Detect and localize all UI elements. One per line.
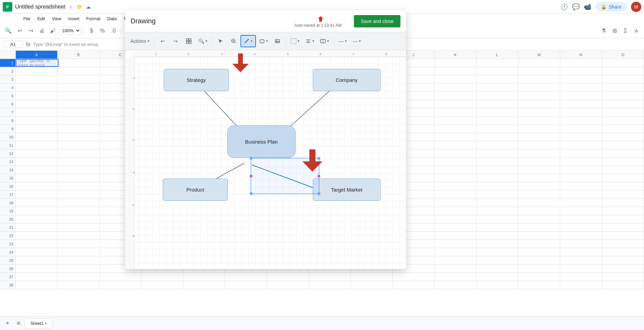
- grid-cell[interactable]: [476, 240, 518, 248]
- grid-cell[interactable]: [58, 182, 99, 190]
- grid-cell[interactable]: [435, 215, 476, 223]
- search-btn[interactable]: 🔍: [3, 26, 14, 36]
- grid-cell[interactable]: [16, 199, 58, 207]
- grid-cell[interactable]: [518, 108, 560, 116]
- grid-cell[interactable]: [518, 248, 560, 256]
- grid-cell[interactable]: [225, 281, 267, 289]
- grid-cell[interactable]: [435, 273, 476, 281]
- grid-cell[interactable]: [58, 117, 99, 124]
- strategy-box[interactable]: Strategy: [164, 69, 229, 91]
- grid-cell[interactable]: [602, 207, 644, 215]
- grid-cell[interactable]: [58, 67, 99, 75]
- grid-cell[interactable]: [560, 256, 602, 264]
- grid-cell[interactable]: [16, 281, 58, 289]
- grid-cell[interactable]: [476, 174, 518, 182]
- grid-cell[interactable]: [560, 125, 602, 133]
- grid-cell[interactable]: [602, 75, 644, 83]
- grid-cell[interactable]: [602, 100, 644, 108]
- grid-cell[interactable]: [518, 166, 560, 174]
- grid-cell[interactable]: [141, 281, 183, 289]
- grid-cell[interactable]: [476, 199, 518, 207]
- handle-start[interactable]: [250, 175, 252, 178]
- grid-cell[interactable]: [518, 117, 560, 124]
- grid-cell[interactable]: [58, 191, 99, 198]
- grid-cell[interactable]: [518, 92, 560, 100]
- grid-cell[interactable]: [435, 199, 476, 207]
- grid-cell[interactable]: [16, 265, 58, 272]
- grid-cell[interactable]: [58, 133, 99, 141]
- grid-cell[interactable]: [58, 75, 99, 83]
- edit-drawing-button[interactable]: [183, 35, 195, 47]
- cell-n1[interactable]: [560, 59, 602, 67]
- grid-cell[interactable]: [16, 67, 58, 75]
- grid-cell[interactable]: [58, 125, 99, 133]
- grid-cell[interactable]: [560, 174, 602, 182]
- cell-l1[interactable]: [477, 59, 519, 67]
- grid-cell[interactable]: [518, 158, 560, 166]
- cell-m1[interactable]: [519, 59, 560, 67]
- menu-insert[interactable]: Insert: [65, 15, 82, 22]
- grid-cell[interactable]: [267, 281, 309, 289]
- history-icon[interactable]: 🕐: [560, 3, 568, 11]
- grid-cell[interactable]: [518, 67, 560, 75]
- grid-cell[interactable]: [58, 240, 99, 248]
- grid-cell[interactable]: [16, 174, 58, 182]
- grid-cell[interactable]: [476, 166, 518, 174]
- folder-icon[interactable]: 📁: [76, 3, 83, 10]
- grid-cell[interactable]: [518, 256, 560, 264]
- menu-view[interactable]: View: [49, 15, 64, 22]
- cell-a1[interactable]: Type "@Emoji" to insert an emoji: [16, 59, 59, 67]
- grid-cell[interactable]: [435, 223, 476, 231]
- grid-cell[interactable]: [476, 158, 518, 166]
- grid-cell[interactable]: [100, 273, 141, 281]
- grid-cell[interactable]: [476, 117, 518, 124]
- grid-cell[interactable]: [560, 166, 602, 174]
- grid-cell[interactable]: [518, 273, 560, 281]
- currency-btn[interactable]: $: [87, 26, 96, 36]
- grid-cell[interactable]: [16, 240, 58, 248]
- cloud-icon[interactable]: ☁: [85, 3, 91, 10]
- grid-cell[interactable]: [16, 92, 58, 100]
- grid-cell[interactable]: [518, 100, 560, 108]
- product-box[interactable]: Product: [163, 179, 228, 201]
- grid-cell[interactable]: [16, 182, 58, 190]
- grid-cell[interactable]: [518, 182, 560, 190]
- decimal-btn[interactable]: .0: [109, 26, 118, 36]
- grid-cell[interactable]: [16, 215, 58, 223]
- grid-cell[interactable]: [560, 273, 602, 281]
- grid-cell[interactable]: [518, 149, 560, 157]
- grid-cell[interactable]: [16, 191, 58, 198]
- grid-cell[interactable]: [435, 256, 476, 264]
- grid-cell[interactable]: [602, 67, 644, 75]
- grid-cell[interactable]: [602, 240, 644, 248]
- menu-sheet-button[interactable]: ≡: [14, 319, 23, 328]
- grid-cell[interactable]: [518, 240, 560, 248]
- grid-cell[interactable]: [58, 232, 99, 240]
- grid-cell[interactable]: [267, 273, 309, 281]
- grid-cell[interactable]: [602, 256, 644, 264]
- grid-cell[interactable]: [560, 141, 602, 149]
- grid-cell[interactable]: [602, 117, 644, 124]
- grid-cell[interactable]: [560, 248, 602, 256]
- pointer-tool-button[interactable]: [214, 35, 227, 47]
- grid-cell[interactable]: [435, 141, 476, 149]
- grid-cell[interactable]: [16, 223, 58, 231]
- grid-cell[interactable]: [476, 149, 518, 157]
- grid-cell[interactable]: [16, 133, 58, 141]
- grid-cell[interactable]: [16, 158, 58, 166]
- grid-cell[interactable]: [435, 75, 476, 83]
- grid-cell[interactable]: [16, 125, 58, 133]
- business-plan-box[interactable]: Business Plan: [227, 125, 296, 158]
- grid-cell[interactable]: [16, 108, 58, 116]
- grid-cell[interactable]: [476, 84, 518, 91]
- grid-cell[interactable]: [602, 133, 644, 141]
- grid-cell[interactable]: [16, 207, 58, 215]
- grid-cell[interactable]: [435, 108, 476, 116]
- redo-drawing-button[interactable]: ↪: [170, 35, 182, 47]
- grid-cell[interactable]: [560, 117, 602, 124]
- grid-cell[interactable]: [560, 133, 602, 141]
- grid-cell[interactable]: [518, 215, 560, 223]
- sigma-icon[interactable]: Σ: [621, 26, 630, 36]
- grid-cell[interactable]: [435, 84, 476, 91]
- grid-cell[interactable]: [100, 281, 141, 289]
